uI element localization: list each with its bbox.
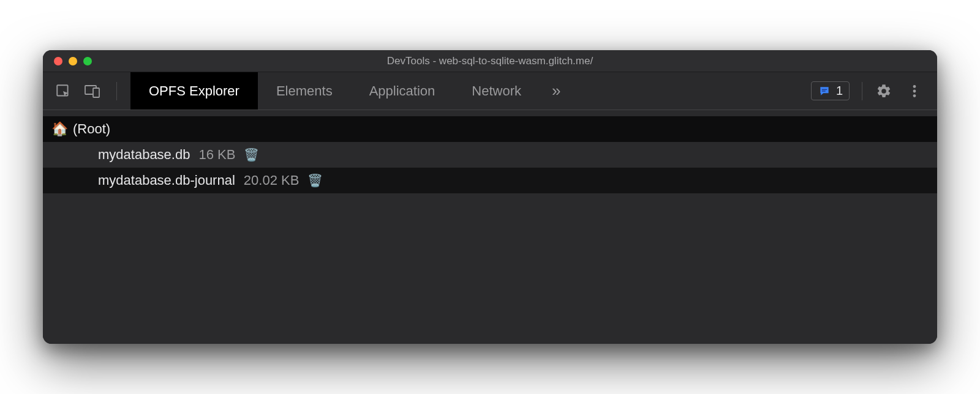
devtools-window: DevTools - web-sql-to-sqlite-wasm.glitch… <box>43 50 937 344</box>
svg-point-5 <box>913 85 916 88</box>
settings-icon[interactable] <box>875 82 893 100</box>
file-size: 16 KB <box>198 147 235 163</box>
tab-opfs-explorer[interactable]: OPFS Explorer <box>130 72 258 110</box>
toolbar-separator <box>116 82 117 100</box>
maximize-button[interactable] <box>83 57 92 65</box>
root-label: (Root) <box>73 121 110 137</box>
window-title: DevTools - web-sql-to-sqlite-wasm.glitch… <box>43 55 937 67</box>
file-size: 20.02 KB <box>244 173 300 188</box>
svg-point-6 <box>913 89 916 92</box>
svg-rect-2 <box>93 88 99 97</box>
toolbar-separator <box>862 82 862 100</box>
opfs-explorer-panel: 🏠 (Root) mydatabase.db 16 KB 🗑️ mydataba… <box>43 110 937 344</box>
svg-point-7 <box>913 94 916 97</box>
trash-icon[interactable]: 🗑️ <box>307 173 323 188</box>
tab-network[interactable]: Network <box>453 72 540 110</box>
file-name: mydatabase.db-journal <box>98 173 235 188</box>
trash-icon[interactable]: 🗑️ <box>244 147 259 162</box>
svg-rect-4 <box>822 91 826 91</box>
chat-icon <box>818 85 831 97</box>
more-menu-icon[interactable] <box>905 82 924 100</box>
window-controls <box>43 57 92 65</box>
issues-count: 1 <box>836 84 843 98</box>
panel-tabs: OPFS Explorer Elements Application Netwo… <box>130 72 573 110</box>
toolbar: OPFS Explorer Elements Application Netwo… <box>43 72 937 110</box>
minimize-button[interactable] <box>69 57 77 65</box>
tree-root-row[interactable]: 🏠 (Root) <box>43 116 937 142</box>
titlebar: DevTools - web-sql-to-sqlite-wasm.glitch… <box>43 50 937 72</box>
home-icon: 🏠 <box>51 121 68 137</box>
issues-badge[interactable]: 1 <box>811 81 850 100</box>
file-name: mydatabase.db <box>98 147 190 163</box>
tab-application[interactable]: Application <box>351 72 454 110</box>
svg-rect-3 <box>822 89 827 89</box>
toolbar-right: 1 <box>811 81 937 100</box>
tab-elements[interactable]: Elements <box>258 72 351 110</box>
tree-file-row[interactable]: mydatabase.db 16 KB 🗑️ <box>43 142 937 168</box>
close-button[interactable] <box>54 57 62 65</box>
tree-file-row[interactable]: mydatabase.db-journal 20.02 KB 🗑️ <box>43 168 937 193</box>
device-toolbar-icon[interactable] <box>83 82 102 100</box>
toolbar-left <box>43 82 130 100</box>
inspect-element-icon[interactable] <box>54 82 72 100</box>
tabs-overflow-button[interactable]: » <box>540 72 573 110</box>
svg-rect-0 <box>57 85 67 95</box>
